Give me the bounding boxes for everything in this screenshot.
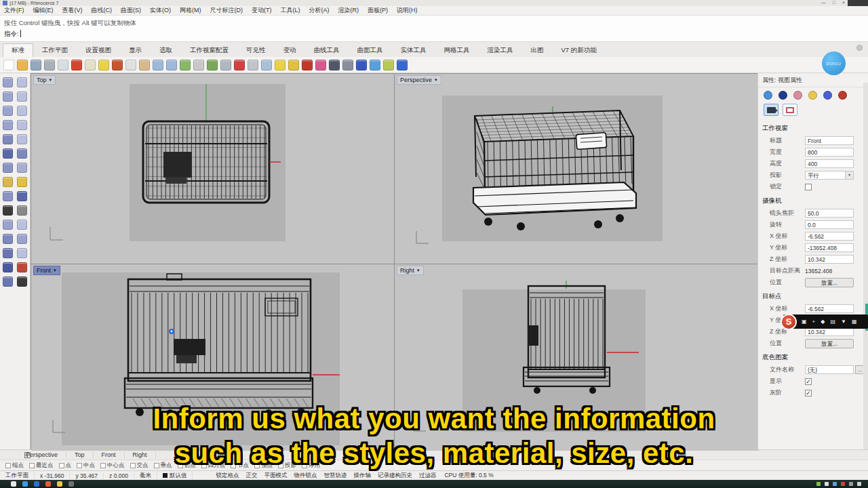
app-blue-icon[interactable]	[34, 481, 39, 487]
tray-blue-icon[interactable]	[833, 482, 837, 486]
select-icon[interactable]	[193, 60, 204, 70]
box-tool-icon[interactable]	[3, 163, 13, 173]
menu-item[interactable]: 变动(T)	[252, 6, 272, 15]
visibility-icon[interactable]	[17, 262, 27, 272]
toolbar-tab[interactable]: 设置视图	[77, 43, 120, 57]
save-icon[interactable]	[31, 60, 41, 70]
menu-item[interactable]: 尺寸标注(D)	[210, 6, 243, 15]
move-icon[interactable]	[3, 220, 13, 230]
material-sphere-icon[interactable]	[778, 91, 787, 100]
panel-scrollbar[interactable]	[863, 83, 868, 449]
panel-dropdown[interactable]: 平行▾	[805, 171, 854, 180]
tray-red-icon[interactable]	[841, 482, 845, 486]
lock-icon[interactable]	[288, 60, 299, 70]
monitor-icon[interactable]: ▣	[802, 314, 807, 329]
curve-through-icon[interactable]	[17, 134, 27, 144]
chamfer-icon[interactable]	[17, 177, 27, 187]
command-prompt[interactable]: 指令:	[4, 28, 864, 39]
toolbar-tab[interactable]: 网格工具	[435, 43, 479, 57]
panel-input[interactable]: -6.562	[805, 304, 854, 313]
toolbar-tab[interactable]: 可见性	[237, 43, 275, 57]
toolbar-tab[interactable]: 选取	[151, 43, 181, 57]
ghosted-sphere-icon[interactable]	[342, 60, 353, 70]
layer-tool-icon[interactable]	[3, 277, 13, 287]
viewport-perspective-label[interactable]: Perspective▾	[397, 75, 441, 85]
status-toggle[interactable]: 正交	[245, 472, 257, 480]
panel-input[interactable]: -6.562	[805, 232, 854, 241]
panel-icon[interactable]: ▤	[830, 314, 835, 329]
browser-icon[interactable]	[22, 481, 28, 487]
hide-icon[interactable]	[234, 60, 245, 70]
undo-icon[interactable]	[112, 60, 123, 70]
menu-item[interactable]: 曲面(S)	[121, 6, 141, 15]
join-icon[interactable]	[3, 205, 13, 216]
panel-checkbox[interactable]: ✓	[805, 378, 812, 385]
arrow-down-icon[interactable]: ▼	[841, 314, 846, 329]
dimension-style-icon[interactable]	[838, 91, 847, 100]
toolbar-tab[interactable]: 工作视窗配置	[181, 43, 237, 57]
menu-item[interactable]: 渲染(R)	[338, 6, 359, 15]
rendered-sphere-icon[interactable]	[356, 60, 367, 70]
control-point-curve-icon[interactable]	[17, 92, 27, 102]
panel-input[interactable]: 400	[805, 159, 854, 168]
texture-grid-icon[interactable]	[823, 91, 832, 100]
menu-item[interactable]: 分析(A)	[309, 6, 330, 15]
gear-icon[interactable]	[856, 45, 863, 51]
toolbar-tab[interactable]: 渲染工具	[479, 43, 522, 57]
material-icon[interactable]	[370, 60, 380, 70]
open-folder-icon[interactable]	[17, 60, 28, 70]
properties-panel-tab[interactable]: 属性: 视图属性	[758, 73, 868, 87]
mirror-icon[interactable]	[3, 248, 13, 258]
new-file-icon[interactable]	[3, 60, 14, 70]
ellipse-icon[interactable]	[3, 120, 13, 130]
curve-tool-icon[interactable]	[383, 60, 394, 70]
rotate-tool-icon[interactable]	[3, 234, 13, 244]
status-toggle[interactable]: 智慧轨迹	[323, 472, 347, 480]
tray-green-icon[interactable]	[816, 482, 821, 486]
viewport-right-label[interactable]: Right▾	[397, 266, 424, 275]
notes-icon[interactable]	[98, 60, 109, 70]
cylinder-tool-icon[interactable]	[17, 163, 27, 173]
toolbar-tab[interactable]: 曲线工具	[305, 43, 349, 57]
panel-input[interactable]: (无)	[805, 365, 854, 374]
pan-icon[interactable]	[139, 60, 150, 70]
panel-input[interactable]: 10.342	[805, 255, 854, 264]
array-icon[interactable]	[17, 248, 27, 258]
menu-item[interactable]: 曲线(C)	[92, 6, 113, 15]
start-icon[interactable]	[11, 481, 16, 487]
print-icon[interactable]	[44, 60, 55, 70]
status-toggle[interactable]: 记录建构历史	[378, 472, 412, 480]
rectangle-tool-icon[interactable]	[17, 120, 27, 130]
tray-gray-icon[interactable]	[849, 482, 853, 486]
scale-icon[interactable]	[17, 234, 27, 244]
arc-tool-icon[interactable]	[17, 106, 27, 116]
panel-input[interactable]: -13652.408	[805, 243, 854, 252]
polyline-icon[interactable]	[3, 92, 13, 102]
units-indicator[interactable]: 毫米	[134, 472, 157, 480]
lamp-icon[interactable]	[275, 60, 285, 70]
recorder-logo-icon[interactable]: S	[781, 314, 797, 330]
shaded-sphere-icon[interactable]	[329, 60, 340, 70]
paste-icon[interactable]	[85, 60, 96, 70]
gumball-icon[interactable]	[3, 262, 13, 272]
toolbar-tab[interactable]: 出图	[522, 43, 553, 57]
pointer-icon[interactable]	[3, 77, 13, 87]
place-button[interactable]: 放置...	[805, 278, 854, 287]
rhino-taskbar-icon[interactable]	[68, 481, 74, 487]
copy-icon[interactable]	[58, 60, 68, 70]
app-red-icon[interactable]	[45, 481, 51, 487]
tray-white-icon[interactable]	[825, 482, 829, 486]
toolbar-tab[interactable]: 变动	[275, 43, 305, 57]
zoom-window-icon[interactable]	[166, 60, 177, 70]
delete-icon[interactable]	[71, 60, 82, 70]
pen-icon[interactable]: ◆	[821, 314, 825, 329]
toolbar-tab[interactable]: 实体工具	[392, 43, 435, 57]
toolbar-tab[interactable]: 曲面工具	[349, 43, 392, 57]
menu-item[interactable]: 实体(O)	[150, 6, 171, 15]
toolbar-tab[interactable]: 显示	[120, 43, 151, 57]
status-toggle[interactable]: 过滤器	[419, 472, 437, 480]
viewport-perspective[interactable]: Perspective▾	[395, 74, 759, 264]
split-icon[interactable]	[17, 191, 27, 201]
color-wheel-icon[interactable]	[315, 60, 326, 70]
status-toggle[interactable]: 操作轴	[353, 472, 371, 480]
